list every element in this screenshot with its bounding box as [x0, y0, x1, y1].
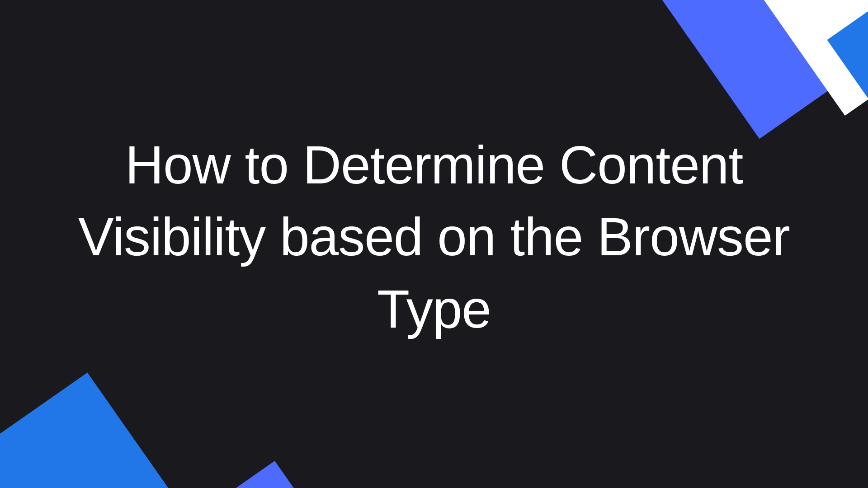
decorative-stripe-bottom-blue	[0, 372, 217, 488]
slide-title: How to Determine Content Visibility base…	[72, 129, 796, 345]
slide-container: How to Determine Content Visibility base…	[0, 0, 868, 488]
